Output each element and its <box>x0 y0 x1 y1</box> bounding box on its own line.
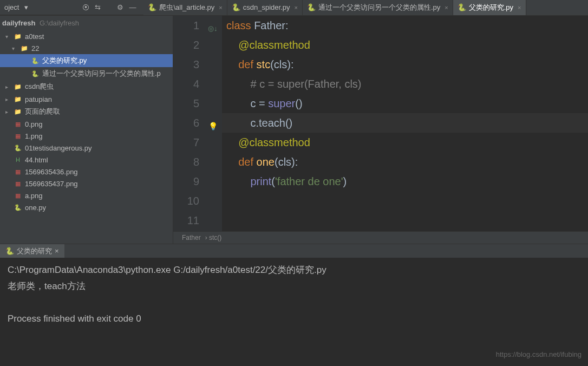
tree-item[interactable]: ▦a.png <box>0 189 173 201</box>
image-icon: ▦ <box>14 179 22 188</box>
project-name: dailyfresh <box>2 19 35 27</box>
project-sidebar: dailyfresh G:\dailyfresh ▾📁a0test▾📁22🐍父类… <box>0 16 173 244</box>
tree-label: csdn爬虫 <box>25 82 54 92</box>
tree-item[interactable]: ▦1569635436.png <box>0 166 173 178</box>
console-tab-bar: 🐍 父类的研究 × <box>0 244 588 258</box>
close-icon[interactable]: × <box>219 4 222 11</box>
tree-item[interactable]: 🐍01testisdangerous.py <box>0 142 173 154</box>
tree-arrow-icon[interactable]: ▸ <box>5 84 11 90</box>
topbar: oject ▾ ⦿ ⇆ ⚙ — 🐍爬虫\all_article.py×🐍csdn… <box>0 0 588 15</box>
python-icon: 🐍 <box>31 69 40 78</box>
tree-item[interactable]: ▸📁patupian <box>0 93 173 105</box>
editor-tab[interactable]: 🐍父类的研究.py× <box>453 0 526 15</box>
code-content[interactable]: class Father: @classmethod def stc(cls):… <box>222 16 588 231</box>
image-icon: ▦ <box>14 132 22 140</box>
python-icon: 🐍 <box>307 3 316 11</box>
tree-label: 22 <box>31 44 39 53</box>
tree-arrow-icon[interactable]: ▸ <box>5 96 11 102</box>
close-icon[interactable]: × <box>295 4 298 11</box>
target-icon[interactable]: ⦿ <box>82 3 89 11</box>
tree-label: 01testisdangerous.py <box>25 144 92 152</box>
tree-item[interactable]: ▦1.png <box>0 130 173 142</box>
line-gutter: 1234567891011 <box>173 16 206 231</box>
minimize-icon[interactable]: — <box>129 3 136 11</box>
project-path: G:\dailyfresh <box>40 19 79 27</box>
folder-icon: 📁 <box>14 32 22 41</box>
tree-label: 通过一个父类访问另一个父类的属性.p <box>42 69 161 79</box>
tree-label: one.py <box>25 204 46 212</box>
tab-label: 通过一个父类访问另一个父类的属性.py <box>318 3 440 12</box>
tree-item[interactable]: ▦1569635437.png <box>0 178 173 189</box>
tab-label: 爬虫\all_article.py <box>159 3 214 12</box>
tree-item[interactable]: 🐍one.py <box>0 201 173 213</box>
tree-arrow-icon[interactable]: ▾ <box>5 34 11 40</box>
close-icon[interactable]: × <box>518 4 521 11</box>
console-line: C:\ProgramData\Anaconda3\python.exe G:/d… <box>8 262 580 278</box>
breadcrumb[interactable]: Father› stc() <box>173 231 588 244</box>
python-icon: 🐍 <box>5 247 14 255</box>
gutter-marks: ◎↓ 💡 <box>206 16 222 231</box>
tree-label: 页面的爬取 <box>25 107 60 116</box>
python-icon: 🐍 <box>232 3 240 11</box>
tab-label: csdn_spider.py <box>243 3 290 11</box>
breadcrumb-method[interactable]: stc() <box>209 234 221 241</box>
folder-icon: 📁 <box>20 44 29 53</box>
python-icon: 🐍 <box>14 203 22 212</box>
folder-icon: 📁 <box>14 95 22 103</box>
tree-label: 1569635436.png <box>25 168 78 176</box>
python-icon: 🐍 <box>31 56 40 65</box>
editor: 1234567891011 ◎↓ 💡 class Father: @classm… <box>173 16 588 244</box>
editor-tab[interactable]: 🐍csdn_spider.py× <box>227 0 303 15</box>
project-root[interactable]: dailyfresh G:\dailyfresh <box>0 16 173 30</box>
html-icon: H <box>14 155 22 164</box>
tree-arrow-icon[interactable]: ▾ <box>12 45 17 51</box>
console-line: 老师类，teach方法 <box>8 278 580 295</box>
editor-tabs: 🐍爬虫\all_article.py×🐍csdn_spider.py×🐍通过一个… <box>143 0 588 15</box>
tree-item[interactable]: H44.html <box>0 154 173 166</box>
editor-tab[interactable]: 🐍爬虫\all_article.py× <box>143 0 227 15</box>
python-icon: 🐍 <box>458 3 466 11</box>
tree-label: a0test <box>25 32 44 41</box>
tree-label: 1.png <box>25 132 43 140</box>
chevron-down-icon[interactable]: ▾ <box>24 3 28 11</box>
run-console[interactable]: C:\ProgramData\Anaconda3\python.exe G:/d… <box>0 258 588 366</box>
tree-item[interactable]: 🐍通过一个父类访问另一个父类的属性.p <box>0 67 173 80</box>
python-icon: 🐍 <box>148 3 156 11</box>
tree-item[interactable]: ▸📁csdn爬虫 <box>0 80 173 93</box>
console-tab[interactable]: 🐍 父类的研究 × <box>0 244 64 258</box>
tree-label: 44.html <box>25 156 48 164</box>
breadcrumb-class[interactable]: Father <box>182 234 201 241</box>
tree-item[interactable]: ▾📁a0test <box>0 30 173 42</box>
tree-item[interactable]: ▦0.png <box>0 118 173 130</box>
python-icon: 🐍 <box>14 143 22 152</box>
image-icon: ▦ <box>14 167 22 176</box>
tree-label: 0.png <box>25 120 43 128</box>
folder-icon: 📁 <box>14 107 22 116</box>
editor-tab[interactable]: 🐍通过一个父类访问另一个父类的属性.py× <box>303 0 453 15</box>
watermark: https://blog.csdn.net/ifubing <box>496 347 582 363</box>
tree-arrow-icon[interactable]: ▸ <box>5 109 11 115</box>
tree-label: a.png <box>25 192 43 200</box>
image-icon: ▦ <box>14 191 22 200</box>
tree-label: 父类的研究.py <box>42 56 87 66</box>
console-line <box>8 295 580 311</box>
gear-icon[interactable]: ⚙ <box>117 3 123 11</box>
collapse-icon[interactable]: ⇆ <box>95 3 101 11</box>
tree-item[interactable]: 🐍父类的研究.py <box>0 54 173 67</box>
console-tab-label: 父类的研究 <box>17 246 52 256</box>
close-icon[interactable]: × <box>55 247 59 255</box>
tree-label: 1569635437.png <box>25 180 78 188</box>
tree-item[interactable]: ▾📁22 <box>0 42 173 54</box>
close-icon[interactable]: × <box>445 4 448 11</box>
tab-label: 父类的研究.py <box>469 3 513 12</box>
folder-icon: 📁 <box>14 82 22 91</box>
project-dropdown[interactable]: oject <box>4 3 19 11</box>
image-icon: ▦ <box>14 120 22 128</box>
run-icon[interactable]: ◎↓ <box>208 19 218 38</box>
console-line: Process finished with exit code 0 <box>8 311 580 327</box>
lightbulb-icon[interactable]: 💡 <box>208 116 218 136</box>
tree-item[interactable]: ▸📁页面的爬取 <box>0 105 173 118</box>
tree-label: patupian <box>25 95 52 103</box>
